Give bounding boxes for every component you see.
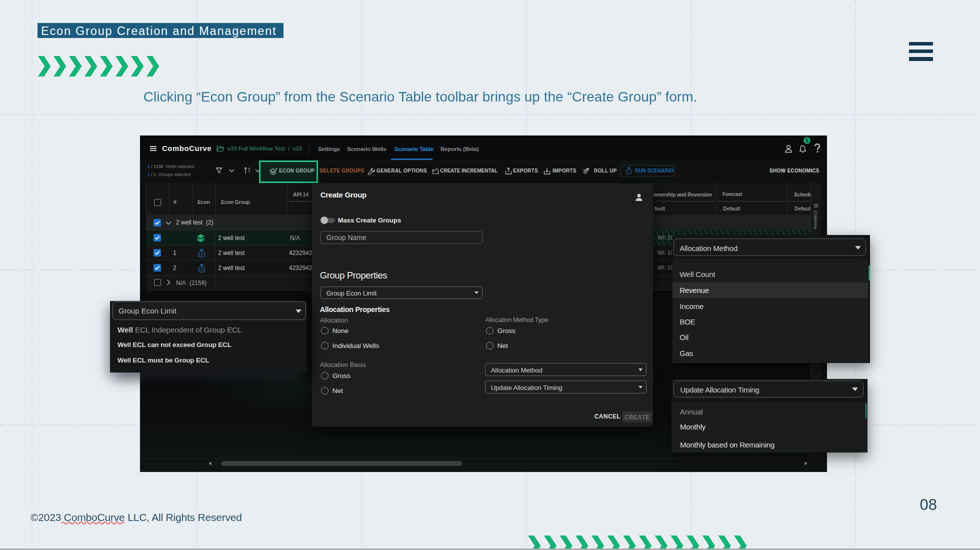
- svg-text:$: $: [201, 268, 203, 271]
- svg-text:$: $: [201, 252, 203, 256]
